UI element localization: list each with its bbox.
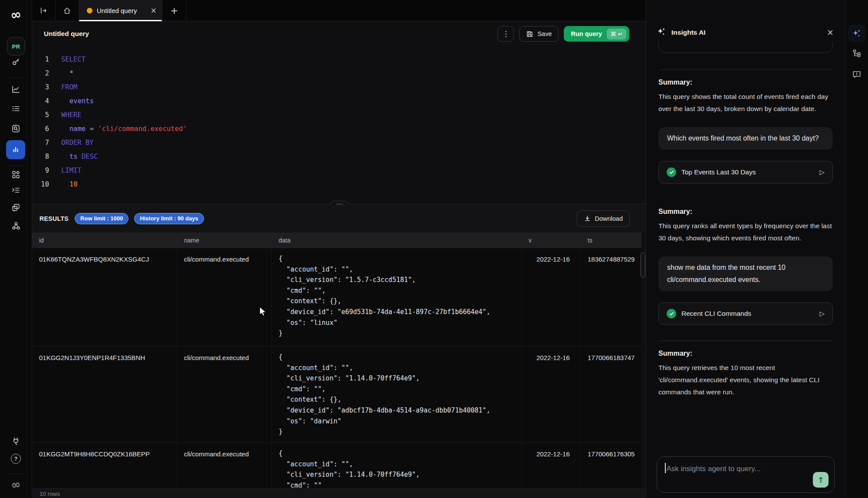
input-placeholder: Ask insights agent to query... xyxy=(667,465,761,473)
cell-name[interactable]: cli/command.executed xyxy=(177,443,271,488)
play-icon[interactable]: ▷ xyxy=(819,310,825,318)
section-divider xyxy=(658,69,833,70)
cmd-key-icon: ⌘ xyxy=(610,30,616,37)
saved-query-card[interactable]: Top Events Last 30 Days ▷ xyxy=(658,161,833,183)
cell-data[interactable]: { "account_id": "", "cli_version": "1.14… xyxy=(271,443,521,488)
sidebar-item-integrations[interactable] xyxy=(0,221,32,231)
cell-data[interactable]: { "account_id": "", "cli_version": "1.5.… xyxy=(271,248,521,346)
main-area: Untitled query × + Untitled query ⋮ Save… xyxy=(32,0,646,498)
cell-ts[interactable]: 1770066183747 xyxy=(580,347,641,442)
panel-collapse-icon xyxy=(39,7,48,15)
code-line[interactable]: 8ts DESC xyxy=(32,150,646,164)
table-row[interactable]: 01KGG2N1J3Y0ENP1R4F1335BNHcli/command.ex… xyxy=(32,347,641,443)
sidebar-item-explore[interactable] xyxy=(0,124,32,133)
hierarchy-icon xyxy=(852,49,861,58)
column-header-data[interactable]: data xyxy=(271,237,521,244)
insights-title: Insights AI xyxy=(671,29,827,36)
column-header-v[interactable]: v xyxy=(521,237,580,244)
download-button[interactable]: Download xyxy=(577,210,630,227)
app-root: ∞ PR xyxy=(0,0,868,498)
cell-ts[interactable]: 1836274887529 xyxy=(580,248,641,346)
cell-v[interactable]: 2022-12-16 xyxy=(521,443,580,488)
cell-ts[interactable]: 1770066176305 xyxy=(580,443,641,488)
download-label: Download xyxy=(595,215,623,222)
run-shortcut-badge: ⌘ ↵ xyxy=(607,29,626,39)
query-menu-button[interactable]: ⋮ xyxy=(497,26,514,42)
code-line[interactable]: 1010 xyxy=(32,177,646,191)
code-line[interactable]: 2* xyxy=(32,66,646,80)
cell-id[interactable]: 01K66TQNZA3WFBQ8XN2KXSG4CJ xyxy=(32,248,177,346)
sidebar-item-events[interactable] xyxy=(0,104,32,113)
sparkles-icon xyxy=(657,27,666,36)
sidebar-item-discussions[interactable] xyxy=(0,203,32,212)
sql-editor[interactable]: 1SELECT2*3FROM4events5WHERE6name = 'cli/… xyxy=(32,47,646,205)
rail-item-feedback[interactable] xyxy=(845,69,868,79)
cell-data[interactable]: { "account_id": "", "cli_version": "1.14… xyxy=(271,347,521,442)
results-label: RESULTS xyxy=(39,215,69,222)
cell-name[interactable]: cli/command.executed xyxy=(177,347,271,442)
summary-label: Summary: xyxy=(658,350,833,357)
brand-logo-icon[interactable]: ∞ xyxy=(0,5,33,24)
summary-label: Summary: xyxy=(658,208,833,216)
cell-name[interactable]: cli/command.executed xyxy=(177,248,271,346)
tab-untitled-query[interactable]: Untitled query × xyxy=(79,0,162,21)
ask-agent-input[interactable]: Ask insights agent to query... ↑ xyxy=(657,456,835,493)
rail-item-insights-active[interactable] xyxy=(848,25,865,42)
download-icon xyxy=(584,215,591,222)
sidebar-item-metrics[interactable] xyxy=(0,85,32,94)
summary-label: Summary: xyxy=(658,79,833,86)
cell-id[interactable]: 01KGG2N1J3Y0ENP1R4F1335BNH xyxy=(32,347,177,442)
user-message: show me data from the most recent 10 cli… xyxy=(658,256,833,291)
row-limit-badge[interactable]: Row limit : 1000 xyxy=(75,213,128,224)
sidebar-item-functions[interactable] xyxy=(0,186,32,195)
line-number: 4 xyxy=(32,94,49,108)
check-circle-icon xyxy=(667,309,676,318)
avatar[interactable]: PR xyxy=(7,37,25,56)
play-icon[interactable]: ▷ xyxy=(819,168,825,176)
sidebar-item-apps[interactable] xyxy=(0,170,32,179)
vertical-scrollbar[interactable] xyxy=(641,252,645,278)
sidebar-item-queries-active[interactable] xyxy=(6,140,25,159)
save-button[interactable]: Save xyxy=(519,26,559,42)
sidebar-item-keys[interactable] xyxy=(0,57,32,66)
arrow-up-icon: ↑ xyxy=(817,475,824,485)
cell-id[interactable]: 01KGG2MT9H8H8CCDQ0ZK16BEPP xyxy=(32,443,177,488)
line-number: 8 xyxy=(32,150,49,164)
sidebar-item-help[interactable]: ? xyxy=(0,454,32,464)
run-query-button[interactable]: Run query ⌘ ↵ xyxy=(564,26,629,42)
tab-close-icon[interactable]: × xyxy=(151,7,157,14)
table-row[interactable]: 01K66TQNZA3WFBQ8XN2KXSG4CJcli/command.ex… xyxy=(32,248,641,347)
scrolled-card-partial[interactable] xyxy=(658,42,833,53)
code-line[interactable]: 6name = 'cli/command.executed' xyxy=(32,122,646,136)
save-label: Save xyxy=(537,30,552,37)
query-title: Untitled query xyxy=(44,30,497,38)
insights-scroll-area[interactable]: Summary: This query shows the total coun… xyxy=(646,42,845,498)
code-line[interactable]: 1SELECT xyxy=(32,52,646,66)
column-header-ts[interactable]: ts xyxy=(580,237,641,244)
sidebar-item-plugins[interactable] xyxy=(0,436,32,446)
close-insights-icon[interactable]: × xyxy=(827,28,834,36)
collapse-sidebar-button[interactable] xyxy=(32,0,56,21)
history-limit-badge[interactable]: History limit : 90 days xyxy=(134,213,204,224)
table-row[interactable]: 01KGG2MT9H8H8CCDQ0ZK16BEPPcli/command.ex… xyxy=(32,443,641,488)
cell-v[interactable]: 2022-12-16 xyxy=(521,248,580,346)
sidebar-divider xyxy=(7,474,25,474)
footer-logo-icon[interactable]: ∞ xyxy=(0,476,33,493)
send-button[interactable]: ↑ xyxy=(813,472,829,488)
code-line[interactable]: 4events xyxy=(32,94,646,108)
column-header-id[interactable]: id xyxy=(32,237,177,244)
new-tab-button[interactable]: + xyxy=(162,0,187,21)
line-number: 9 xyxy=(32,164,49,177)
code-line[interactable]: 3FROM xyxy=(32,80,646,94)
saved-query-card[interactable]: Recent CLI Commands ▷ xyxy=(658,302,833,325)
insights-panel: Insights AI × Summary: This query shows … xyxy=(646,0,845,498)
rail-item-schema[interactable] xyxy=(845,49,868,58)
cell-v[interactable]: 2022-12-16 xyxy=(521,347,580,442)
code-line[interactable]: 7ORDER BY xyxy=(32,136,646,150)
column-header-name[interactable]: name xyxy=(177,237,271,244)
terminal-list-icon xyxy=(11,186,20,195)
code-line[interactable]: 9LIMIT xyxy=(32,164,646,177)
code-line[interactable]: 5WHERE xyxy=(32,108,646,122)
home-button[interactable] xyxy=(56,0,79,21)
query-card-title: Recent CLI Commands xyxy=(681,310,819,318)
